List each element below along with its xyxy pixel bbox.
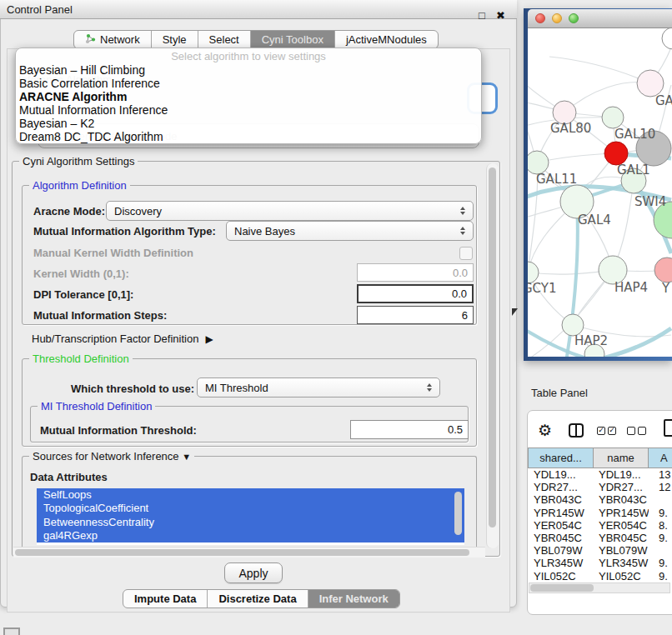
tab-infer-network[interactable]: Infer Network (308, 590, 399, 608)
table-panel-title: Table Panel (531, 387, 588, 399)
network-node[interactable] (604, 142, 628, 165)
which-threshold-label: Which threshold to use: (71, 382, 194, 395)
tab-cyni-toolbox[interactable]: Cyni Toolbox (251, 31, 335, 48)
hub-definition-disclosure[interactable]: Hub/Transcription Factor Definition ▶ (32, 332, 213, 345)
tab-label: Style (163, 33, 187, 46)
table-cell: 9. (649, 570, 668, 582)
table-cell: YER054C (528, 519, 594, 532)
minimize-traffic-light-icon[interactable] (552, 13, 562, 23)
cyni-bottom-tabs: Impute DataDiscretize DataInfer Network (123, 589, 400, 608)
table-row[interactable]: YER054CYER054C8. (528, 519, 672, 532)
table-hscrollbar-thumb[interactable] (530, 584, 594, 592)
checkbox-checked-icon[interactable]: ✓ (597, 427, 605, 435)
aracne-mode-combo[interactable]: Discovery (106, 201, 474, 221)
checkbox-unchecked-icon[interactable] (638, 427, 646, 435)
table-row[interactable]: YIL052CYIL052C9. (528, 570, 672, 582)
table-cell: YDR27... (528, 481, 594, 493)
mi-steps-field[interactable]: 6 (357, 306, 474, 324)
zoom-traffic-light-icon[interactable] (569, 13, 579, 23)
table-row[interactable]: YDR27...YDR27...12 (528, 481, 672, 493)
table-cell: YER054C (594, 519, 649, 532)
settings-vscrollbar[interactable] (486, 163, 499, 548)
settings-vscrollbar-thumb[interactable] (489, 168, 496, 528)
dpi-tolerance-field[interactable]: 0.0 (357, 284, 474, 303)
tab-label: Discretize Data (218, 592, 296, 605)
apply-button[interactable]: Apply (224, 562, 283, 583)
tab-impute-data[interactable]: Impute Data (123, 590, 208, 608)
combo-stepper-icon (460, 207, 465, 215)
checkbox-checked-icon[interactable]: ✓ (608, 427, 616, 435)
mi-threshold-field[interactable]: 0.5 (350, 420, 469, 439)
settings-hscrollbar[interactable] (13, 547, 485, 558)
table-row[interactable]: YBL079WYBL079W (528, 544, 672, 557)
network-node-label: GAL4 (578, 212, 611, 228)
document-icon[interactable] (664, 419, 672, 437)
mi-type-combo[interactable]: Naive Bayes (226, 221, 474, 241)
attributes-vscrollbar-thumb[interactable] (454, 492, 462, 535)
tab-style[interactable]: Style (152, 31, 198, 48)
table-row[interactable]: YPR145WYPR145W9. (528, 507, 672, 519)
close-traffic-light-icon[interactable] (535, 13, 545, 23)
tab-network[interactable]: Network (74, 31, 152, 48)
checkbox-unchecked-icon[interactable] (627, 427, 635, 435)
hub-definition-label: Hub/Transcription Factor Definition (32, 332, 198, 345)
minimized-panel-icon[interactable] (3, 628, 20, 635)
table-cell: YIL052C (594, 570, 649, 582)
attribute-item[interactable]: BetweennessCentrality (37, 516, 464, 529)
attribute-item[interactable]: SelfLoops (37, 488, 464, 502)
mi-type-value: Naive Bayes (234, 225, 295, 238)
table-row[interactable]: YBR043CYBR043C (528, 493, 672, 506)
kernel-width-field[interactable]: 0.0 (357, 263, 474, 282)
mi-steps-label: Mutual Information Steps: (33, 309, 167, 322)
tab-select[interactable]: Select (198, 31, 251, 48)
split-columns-icon[interactable] (569, 423, 584, 438)
which-threshold-combo[interactable]: MI Threshold (197, 378, 440, 398)
tab-label: jActiveMNodules (346, 33, 427, 46)
attribute-item[interactable]: gal4RGexp (37, 529, 464, 542)
column-header-name[interactable]: name (593, 448, 649, 468)
control-panel-titlebar[interactable]: Control Panel (0, 0, 517, 19)
manual-kernel-checkbox[interactable] (459, 247, 473, 260)
table-cell: 12 (649, 481, 670, 493)
algorithm-option-bayesian-hill-climbing[interactable]: Bayesian – Hill Climbing (16, 63, 481, 77)
control-panel-tabs: NetworkStyleSelectCyni ToolboxjActiveMNo… (73, 30, 439, 49)
network-node-label: Y (661, 281, 670, 296)
tab-jactivemnodules[interactable]: jActiveMNodules (335, 31, 438, 48)
algorithm-option-dream8-dc-tdc-algorithm[interactable]: Dream8 DC_TDC Algorithm (16, 130, 481, 143)
table-cell: YBR043C (594, 493, 649, 506)
network-node[interactable] (602, 107, 624, 128)
settings-hscrollbar-thumb[interactable] (15, 549, 469, 556)
algorithm-option-aracne-algorithm[interactable]: ARACNE Algorithm (16, 90, 481, 103)
network-node-label: GAL10 (614, 127, 655, 142)
data-attributes-list[interactable]: SelfLoopsTopologicalCoefficientBetweenne… (37, 488, 464, 545)
column-header-shared-name[interactable]: shared... (528, 448, 594, 468)
column-header-partial[interactable]: A (648, 448, 672, 468)
table-cell: 9. (649, 532, 668, 544)
network-window-titlebar[interactable] (528, 9, 672, 28)
table-cell: 9. (649, 557, 668, 569)
network-canvas[interactable]: GALGAL80GAL10GAL1GAL11SWI4GAL4GCY1HAP4YH… (528, 28, 672, 357)
float-panel-icon[interactable]: □ (479, 9, 485, 22)
table-cell: YDL19... (594, 468, 649, 481)
table-row[interactable]: YLR345WYLR345W9. (528, 557, 672, 569)
network-node-label: GAL (655, 93, 672, 108)
gear-icon[interactable]: ⚙ (538, 421, 552, 440)
algorithm-option-mutual-information-inference[interactable]: Mutual Information Inference (16, 103, 481, 117)
table-row[interactable]: YBR045CYBR045C9. (528, 532, 672, 544)
network-node-label: GAL80 (550, 121, 591, 136)
network-node-label: GAL11 (536, 172, 577, 187)
chevron-down-icon[interactable]: ▼ (182, 452, 191, 462)
close-panel-icon[interactable]: ✖ (496, 9, 505, 22)
tab-discretize-data[interactable]: Discretize Data (208, 590, 308, 608)
network-node[interactable] (654, 258, 672, 282)
chevron-right-icon: ▶ (205, 333, 213, 345)
table-cell: YBR045C (594, 532, 649, 544)
network-node[interactable] (662, 28, 672, 49)
attribute-item[interactable]: TopologicalCoefficient (37, 502, 464, 515)
algorithm-option-basic-correlation-inference[interactable]: Basic Correlation Inference (16, 77, 481, 90)
table-cell: YBL079W (594, 544, 649, 557)
table-row[interactable]: YDL19...YDL19...13 (528, 468, 672, 481)
tab-label: Infer Network (319, 592, 389, 605)
network-node[interactable] (528, 151, 549, 174)
algorithm-option-bayesian-k2[interactable]: Bayesian – K2 (16, 117, 481, 130)
